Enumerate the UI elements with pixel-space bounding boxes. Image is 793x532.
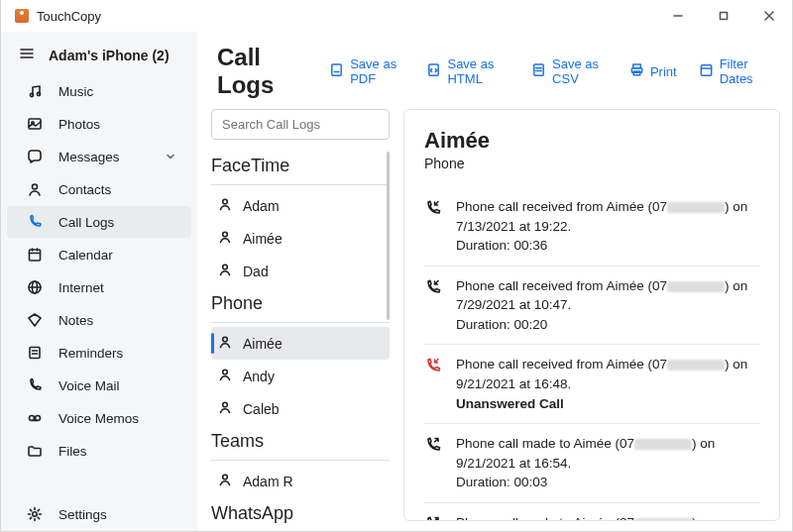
files-icon [27, 443, 43, 459]
app-icon [15, 9, 29, 23]
svg-point-37 [223, 232, 228, 237]
sidebar-item-voice-mail[interactable]: Voice Mail [7, 370, 191, 401]
filter-dates-button[interactable]: Filter Dates [693, 53, 772, 90]
detail-panel: Aimée Phone Phone call received from Aim… [403, 109, 780, 521]
person-icon [217, 334, 233, 353]
sidebar-item-label: Notes [58, 313, 93, 328]
svg-point-25 [33, 512, 37, 516]
phone-icon [27, 214, 43, 230]
print-button[interactable]: Print [623, 53, 683, 90]
sidebar-item-label: Photos [58, 117, 100, 132]
call-text: Phone call received from Aimée (07) on 7… [456, 197, 759, 256]
group-title: Phone [211, 287, 390, 320]
sidebar-item-settings[interactable]: Settings [7, 498, 191, 530]
sidebar-item-call-logs[interactable]: Call Logs [7, 206, 191, 238]
settings-icon [27, 506, 43, 522]
action-label: Save as CSV [552, 56, 608, 86]
sidebar-item-internet[interactable]: Internet [7, 271, 191, 303]
svg-rect-34 [701, 65, 711, 75]
person-icon [217, 472, 233, 490]
svg-rect-19 [30, 348, 40, 359]
sidebar-item-photos[interactable]: Photos [7, 108, 191, 140]
call-received-icon [424, 276, 442, 335]
action-icon [699, 62, 714, 80]
sidebar-header[interactable]: Adam's iPhone (2) [1, 36, 197, 74]
person-icon [217, 262, 233, 280]
sidebar-item-label: Contacts [58, 182, 111, 197]
contact-item[interactable]: Adam R [211, 465, 390, 497]
svg-point-7 [30, 93, 33, 96]
call-entry: Phone call received from Aimée (07) on 9… [424, 345, 759, 424]
minimize-button[interactable] [655, 0, 701, 32]
svg-point-38 [223, 265, 228, 269]
sidebar-item-reminders[interactable]: Reminders [7, 337, 191, 369]
action-label: Print [650, 64, 677, 79]
sidebar: Adam's iPhone (2) MusicPhotosMessagesCon… [1, 32, 197, 531]
sidebar-item-contacts[interactable]: Contacts [7, 173, 191, 205]
svg-point-41 [223, 402, 228, 407]
group-title: Teams [211, 425, 390, 458]
svg-rect-28 [534, 64, 543, 75]
call-entry: Phone call made to Aimée (07) on 9/21/20… [424, 503, 759, 521]
sidebar-item-music[interactable]: Music [7, 75, 191, 107]
globe-icon [27, 279, 43, 295]
device-name: Adam's iPhone (2) [49, 48, 170, 63]
sidebar-item-messages[interactable]: Messages [7, 141, 191, 172]
voicememos-icon [27, 410, 43, 426]
topbar: Call Logs Save as PDFSave as HTMLSave as… [197, 32, 792, 107]
sidebar-item-label: Voice Mail [58, 378, 120, 393]
action-label: Filter Dates [720, 56, 766, 86]
contact-item[interactable]: Andy [211, 360, 390, 392]
redacted-number [667, 202, 725, 213]
contact-item[interactable]: Aimée [211, 222, 390, 255]
sidebar-item-label: Music [58, 84, 93, 99]
photos-icon [27, 116, 43, 132]
sidebar-item-label: Calendar [58, 248, 113, 263]
call-made-icon [424, 513, 442, 521]
action-icon [426, 62, 441, 80]
save-csv-button[interactable]: Save as CSV [525, 53, 614, 90]
sidebar-item-voice-memos[interactable]: Voice Memos [7, 402, 191, 434]
sidebar-item-label: Files [58, 444, 87, 459]
sidebar-item-label: Reminders [58, 346, 123, 361]
contact-item[interactable]: Adam [211, 189, 390, 222]
reminders-icon [27, 345, 43, 361]
contact-item[interactable]: Caleb [211, 392, 390, 425]
action-icon [629, 62, 644, 80]
save-pdf-button[interactable]: Save as PDF [323, 53, 410, 90]
voicemail-icon [27, 377, 43, 393]
contact-name: Dad [243, 264, 269, 279]
sidebar-item-notes[interactable]: Notes [7, 304, 191, 336]
save-html-button[interactable]: Save as HTML [420, 53, 515, 90]
contact-item[interactable]: Aimée [211, 327, 390, 360]
detail-name: Aimée [424, 128, 759, 154]
redacted-number [667, 281, 725, 292]
contact-item[interactable]: Dad [211, 255, 390, 287]
svg-rect-1 [721, 13, 728, 20]
window-controls [655, 0, 792, 32]
action-label: Save as HTML [447, 56, 510, 86]
menu-icon [19, 46, 35, 64]
redacted-number [667, 360, 725, 371]
action-icon [531, 62, 546, 80]
person-icon [217, 196, 233, 215]
sidebar-item-calendar[interactable]: Calendar [7, 239, 191, 270]
contact-name: Adam [243, 198, 280, 214]
sidebar-item-label: Call Logs [58, 215, 114, 230]
svg-point-11 [33, 184, 38, 189]
close-button[interactable] [746, 0, 792, 32]
contact-name: Adam R [243, 474, 293, 489]
sidebar-item-label: Messages [58, 150, 120, 164]
person-icon [217, 367, 233, 385]
settings-label: Settings [58, 507, 107, 522]
sidebar-item-files[interactable]: Files [7, 435, 191, 467]
search-input[interactable] [211, 109, 390, 140]
sidebar-item-label: Voice Memos [58, 411, 139, 426]
contacts-icon [27, 181, 43, 197]
maximize-button[interactable] [701, 0, 746, 32]
call-text: Phone call received from Aimée (07) on 9… [456, 355, 759, 413]
scrollbar[interactable] [387, 152, 390, 320]
person-icon [217, 399, 233, 418]
call-missed-icon [424, 355, 442, 413]
contact-name: Andy [243, 369, 275, 384]
